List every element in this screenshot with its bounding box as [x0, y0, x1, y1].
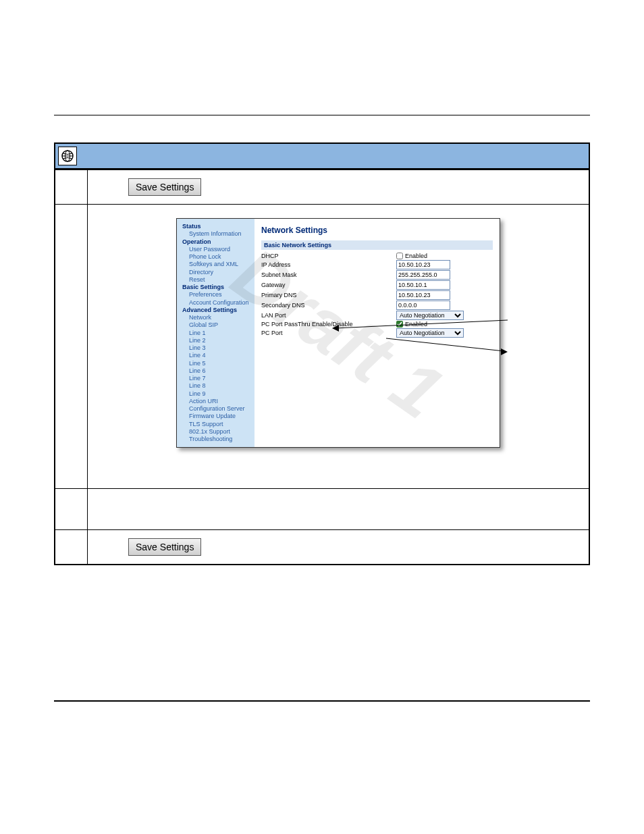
save-button[interactable]: Save Settings	[128, 538, 201, 556]
annotation-arrow-bottom	[386, 335, 508, 355]
pcport-label: PC Port	[261, 330, 396, 336]
sidebar-item-config-server[interactable]: Configuration Server	[182, 405, 252, 413]
globe-icon	[58, 147, 77, 165]
sidebar-item-line-8[interactable]: Line 8	[182, 382, 252, 390]
sidebar-item-line-7[interactable]: Line 7	[182, 375, 252, 382]
row-sdns: Secondary DNS	[261, 301, 493, 310]
sidebar-head-basic: Basic Settings	[182, 284, 252, 291]
svg-line-5	[386, 338, 504, 351]
row-dhcp: DHCP Enabled	[261, 253, 493, 259]
pdns-label: Primary DNS	[261, 292, 396, 298]
sidebar-item-line-4[interactable]: Line 4	[182, 352, 252, 359]
step-row: Save Settings	[55, 170, 589, 204]
ip-input[interactable]	[396, 260, 450, 269]
sdns-input[interactable]	[396, 301, 450, 310]
row-pcpass: PC Port PassThru Enable/Disable Enabled	[261, 321, 493, 328]
sidebar-head-operation: Operation	[182, 238, 252, 246]
lan-label: LAN Port	[261, 312, 396, 319]
sidebar-item-user-password[interactable]: User Password	[182, 246, 252, 253]
row-pdns: Primary DNS	[261, 290, 493, 300]
lan-select[interactable]: Auto Negotiation	[396, 311, 464, 320]
pdns-input[interactable]	[396, 290, 450, 300]
dhcp-label: DHCP	[261, 253, 396, 259]
dhcp-enabled-label: Enabled	[405, 253, 427, 259]
row-gateway: Gateway	[261, 280, 493, 290]
sidebar-item-troubleshooting[interactable]: Troubleshooting	[182, 436, 252, 443]
sidebar-item-firmware-update[interactable]: Firmware Update	[182, 413, 252, 420]
sidebar-item-phone-lock[interactable]: Phone Lock	[182, 253, 252, 261]
content-pane: Network Settings Basic Network Settings …	[254, 219, 500, 447]
subnet-input[interactable]	[396, 270, 450, 280]
sidebar-item-line-2[interactable]: Line 2	[182, 337, 252, 344]
row-ip: IP Address	[261, 260, 493, 269]
dhcp-checkbox[interactable]	[396, 253, 403, 259]
sidebar-item-line-5[interactable]: Line 5	[182, 360, 252, 367]
pcpass-enabled-label: Enabled	[405, 321, 427, 328]
header-bar	[55, 144, 589, 170]
sidebar-item-tls-support[interactable]: TLS Support	[182, 421, 252, 428]
pcport-select[interactable]: Auto Negotiation	[396, 328, 464, 338]
steps-table: Save Settings Draft 1 Status System Info…	[54, 142, 590, 565]
sidebar-item-network[interactable]: Network	[182, 314, 252, 321]
pcpass-checkbox[interactable]	[396, 321, 403, 328]
sidebar-item-softkeys-xml[interactable]: Softkeys and XML	[182, 261, 252, 268]
sidebar: Status System Information Operation User…	[177, 219, 254, 447]
ip-label: IP Address	[261, 261, 396, 268]
row-pcport: PC Port Auto Negotiation	[261, 328, 493, 338]
sidebar-item-line-1[interactable]: Line 1	[182, 330, 252, 337]
pcpass-label: PC Port PassThru Enable/Disable	[261, 321, 396, 328]
sidebar-item-action-uri[interactable]: Action URI	[182, 398, 252, 405]
sidebar-item-line-9[interactable]: Line 9	[182, 390, 252, 398]
step-row	[55, 488, 589, 529]
gateway-label: Gateway	[261, 282, 396, 288]
step-row: Draft 1 Status System Information Operat…	[55, 204, 589, 488]
sidebar-item-8021x-support[interactable]: 802.1x Support	[182, 428, 252, 436]
sidebar-head-status: Status	[182, 223, 252, 230]
subsection-head: Basic Network Settings	[261, 240, 493, 250]
sdns-label: Secondary DNS	[261, 302, 396, 309]
row-subnet: Subnet Mask	[261, 270, 493, 280]
sidebar-item-account-config[interactable]: Account Configuration	[182, 299, 252, 307]
sidebar-item-directory[interactable]: Directory	[182, 269, 252, 276]
sidebar-item-global-sip[interactable]: Global SIP	[182, 321, 252, 329]
step-row: Save Settings	[55, 529, 589, 564]
save-button[interactable]: Save Settings	[128, 178, 201, 196]
gateway-input[interactable]	[396, 280, 450, 290]
sidebar-item-preferences[interactable]: Preferences	[182, 291, 252, 298]
admin-window: Draft 1 Status System Information Operat…	[176, 218, 500, 448]
row-lan: LAN Port Auto Negotiation	[261, 311, 493, 320]
subnet-label: Subnet Mask	[261, 271, 396, 278]
sidebar-head-advanced: Advanced Settings	[182, 307, 252, 314]
sidebar-item-line-6[interactable]: Line 6	[182, 367, 252, 375]
sidebar-item-system-information[interactable]: System Information	[182, 230, 252, 238]
svg-marker-6	[501, 348, 508, 355]
sidebar-item-reset[interactable]: Reset	[182, 276, 252, 284]
content-title: Network Settings	[261, 226, 493, 235]
sidebar-item-line-3[interactable]: Line 3	[182, 344, 252, 352]
